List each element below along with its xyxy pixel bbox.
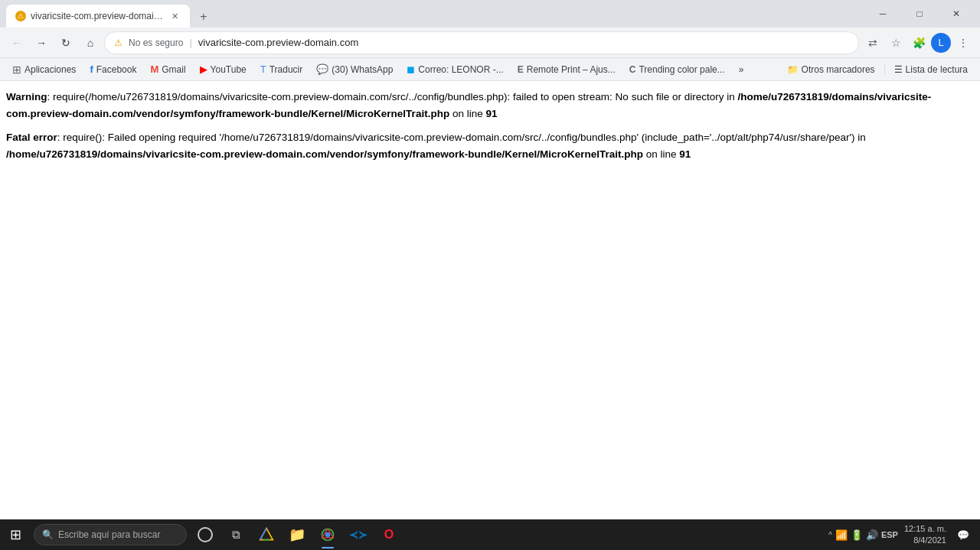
- opera-icon: O: [381, 526, 397, 543]
- start-button[interactable]: ⊞: [0, 519, 31, 550]
- bookmark-gmail-label: Gmail: [162, 64, 185, 75]
- fatal-label: Fatal error: [6, 132, 57, 143]
- bookmark-aplicaciones-label: Aplicaciones: [24, 64, 76, 75]
- notification-button[interactable]: 💬: [952, 524, 974, 545]
- folder-icon: 📁: [787, 64, 799, 75]
- bookmark-correo[interactable]: ◼ Correo: LEONOR -...: [400, 60, 509, 78]
- whatsapp-icon: 💬: [316, 63, 328, 75]
- taskbar-search[interactable]: 🔍: [34, 524, 187, 545]
- warning-text: : require(/home/u726731819/domains/vivar…: [47, 91, 738, 103]
- bookmark-otros-marcadores[interactable]: 📁 Otros marcadores: [781, 61, 881, 78]
- language-badge: ESP: [881, 530, 898, 539]
- page-content: Warning: require(/home/u726731819/domain…: [0, 81, 980, 489]
- bookmark-youtube[interactable]: ▶ YouTube: [194, 60, 253, 78]
- bookmark-youtube-label: YouTube: [211, 64, 247, 75]
- otros-marcadores-label: Otros marcadores: [802, 64, 875, 75]
- taskbar-explorer[interactable]: 📁: [282, 519, 312, 550]
- bookmarks-more-button[interactable]: »: [733, 61, 750, 78]
- warning-suffix: on line: [449, 108, 485, 119]
- windows-icon: ⊞: [10, 526, 21, 543]
- bookmark-traducir-label: Traducir: [270, 64, 303, 75]
- bookmark-aplicaciones[interactable]: ⊞ Aplicaciones: [6, 60, 82, 79]
- bookmark-facebook-label: Facebook: [96, 64, 137, 75]
- bookmark-trending[interactable]: C Trending color pale...: [623, 61, 731, 78]
- vscode-icon: ≺≻: [350, 526, 367, 543]
- bookmark-remote-print-label: Remote Print – Ajus...: [527, 64, 616, 75]
- clock-time: 12:15 a. m.: [904, 523, 946, 535]
- translate-page-button[interactable]: ⇄: [862, 32, 884, 54]
- sys-tray-expand[interactable]: ^: [828, 531, 832, 539]
- tab-title: vivaricsite-com.preview-domain...: [31, 11, 164, 21]
- taskbar-vscode[interactable]: ≺≻: [343, 519, 374, 550]
- tab-close-button[interactable]: ✕: [168, 10, 181, 22]
- warning-message: Warning: require(/home/u726731819/domain…: [6, 89, 974, 122]
- taskbar-chrome[interactable]: [312, 519, 343, 550]
- reload-button[interactable]: ↻: [55, 32, 77, 54]
- back-button[interactable]: ←: [6, 32, 28, 54]
- bookmark-correo-label: Correo: LEONOR -...: [418, 64, 503, 75]
- window-controls: ─ □ ✕: [865, 2, 974, 26]
- volume-icon[interactable]: 🔊: [866, 529, 878, 541]
- taskbar: ⊞ 🔍 ⧉ 📁: [0, 519, 980, 550]
- menu-button[interactable]: ⋮: [952, 32, 974, 54]
- taskbar-taskview[interactable]: ⧉: [220, 519, 251, 550]
- remote-print-icon: E: [518, 64, 524, 75]
- clock[interactable]: 12:15 a. m. 8/4/2021: [901, 523, 949, 547]
- battery-icon[interactable]: 🔋: [851, 529, 863, 541]
- bookmark-remote-print[interactable]: E Remote Print – Ajus...: [511, 61, 622, 78]
- extensions-button[interactable]: 🧩: [908, 32, 929, 54]
- chrome-icon: [319, 526, 336, 543]
- address-bar[interactable]: ⚠ No es seguro | vivaricsite-com.preview…: [104, 31, 859, 54]
- bookmark-traducir[interactable]: T Traducir: [254, 60, 309, 78]
- fatal-error-message: Fatal error: require(): Failed opening r…: [6, 129, 974, 162]
- bookmark-reading-list[interactable]: ☰ Lista de lectura: [888, 61, 974, 78]
- youtube-icon: ▶: [200, 63, 207, 75]
- bookmark-whatsapp-label: (30) WhatsApp: [332, 64, 393, 75]
- forward-button[interactable]: →: [31, 32, 52, 54]
- clock-date: 8/4/2021: [904, 535, 946, 546]
- warning-label: Warning: [6, 91, 47, 103]
- bookmark-whatsapp[interactable]: 💬 (30) WhatsApp: [310, 60, 399, 78]
- gmail-icon: M: [150, 63, 158, 75]
- taskbar-opera[interactable]: O: [374, 519, 404, 550]
- facebook-icon: f: [90, 63, 93, 75]
- svg-point-4: [325, 532, 331, 538]
- security-label: No es seguro: [129, 37, 183, 48]
- ms-icon: ◼: [407, 63, 415, 75]
- tab-bar: ⚠ vivaricsite-com.preview-domain... ✕ +: [6, 0, 865, 28]
- reading-list-label: Lista de lectura: [906, 64, 968, 75]
- minimize-button[interactable]: ─: [865, 2, 900, 26]
- trending-icon: C: [629, 64, 636, 75]
- reading-list-icon: ☰: [894, 64, 903, 75]
- bookmark-facebook[interactable]: f Facebook: [83, 60, 142, 78]
- maximize-button[interactable]: □: [902, 2, 937, 26]
- profile-button[interactable]: L: [931, 33, 951, 53]
- fatal-path: /home/u726731819/domains/vivaricsite-com…: [6, 148, 643, 160]
- fatal-line: 91: [679, 148, 691, 160]
- bookmark-gmail[interactable]: M Gmail: [144, 60, 191, 78]
- network-icon[interactable]: 📶: [835, 529, 848, 541]
- nav-actions: ⇄ ☆ 🧩 L ⋮: [862, 32, 974, 54]
- translate-icon: T: [260, 63, 266, 75]
- bookmarks-bar: ⊞ Aplicaciones f Facebook M Gmail ▶ YouT…: [0, 58, 980, 81]
- navigation-bar: ← → ↻ ⌂ ⚠ No es seguro | vivaricsite-com…: [0, 28, 980, 58]
- apps-icon: ⊞: [12, 63, 21, 76]
- drive-icon: [258, 526, 275, 543]
- taskbar-right: ^ 📶 🔋 🔊 ESP 12:15 a. m. 8/4/2021 💬: [828, 523, 980, 547]
- taskbar-drive[interactable]: [251, 519, 282, 550]
- search-input[interactable]: [58, 529, 165, 540]
- tab-favicon: ⚠: [15, 11, 26, 21]
- taskbar-search-button[interactable]: [190, 519, 220, 550]
- new-tab-button[interactable]: +: [193, 6, 214, 28]
- svg-marker-0: [260, 529, 273, 540]
- bookmark-button[interactable]: ☆: [885, 32, 906, 54]
- warning-line: 91: [485, 108, 497, 119]
- home-button[interactable]: ⌂: [80, 32, 101, 54]
- browser-window: ⚠ vivaricsite-com.preview-domain... ✕ + …: [0, 0, 980, 489]
- search-circle-icon: [198, 527, 213, 542]
- title-bar: ⚠ vivaricsite-com.preview-domain... ✕ + …: [0, 0, 980, 28]
- taskview-icon: ⧉: [227, 526, 244, 543]
- close-button[interactable]: ✕: [939, 2, 974, 26]
- explorer-icon: 📁: [289, 526, 305, 543]
- active-tab[interactable]: ⚠ vivaricsite-com.preview-domain... ✕: [6, 5, 190, 28]
